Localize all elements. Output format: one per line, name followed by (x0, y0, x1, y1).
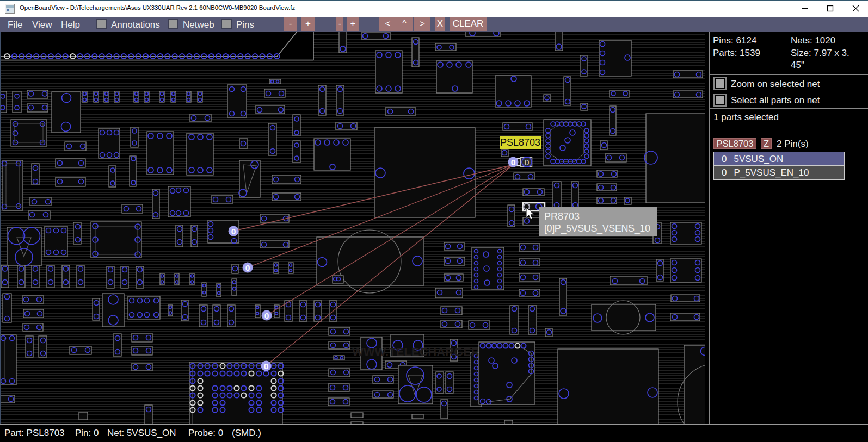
svg-text:PR8703: PR8703 (544, 211, 580, 222)
svg-text:[0]P_5VSUS_VSENS_10: [0]P_5VSUS_VSENS_10 (544, 223, 650, 234)
svg-text:0: 0 (511, 158, 516, 167)
svg-text:0: 0 (264, 362, 269, 371)
svg-text:0: 0 (245, 263, 250, 272)
svg-text:0: 0 (231, 227, 236, 236)
svg-text:0: 0 (264, 311, 269, 320)
svg-text:PSL8703: PSL8703 (500, 137, 540, 148)
svg-text:0: 0 (525, 158, 530, 167)
